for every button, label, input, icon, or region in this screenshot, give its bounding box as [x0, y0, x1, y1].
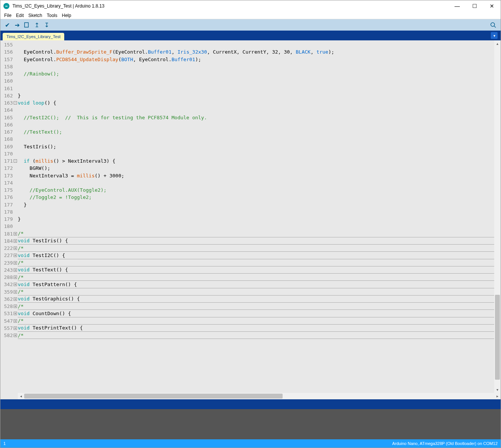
menu-sketch[interactable]: Sketch	[26, 12, 45, 19]
line-gutter: 155156157158159160161162163-164165166167…	[0, 40, 18, 393]
menu-bar: File Edit Sketch Tools Help	[0, 12, 501, 19]
vertical-scrollbar[interactable]: ▴ ▾	[494, 40, 501, 393]
console-output[interactable]	[0, 409, 501, 439]
line-number: 167	[0, 128, 18, 135]
line-number: 157	[0, 56, 18, 63]
line-number: 342+	[0, 281, 18, 288]
scroll-up-icon[interactable]: ▴	[494, 40, 501, 47]
vertical-scroll-thumb[interactable]	[495, 295, 500, 380]
fold-toggle-icon[interactable]: +	[14, 276, 17, 279]
line-number: 288+	[0, 274, 18, 281]
line-number: 528+	[0, 303, 18, 310]
serial-monitor-button[interactable]	[489, 20, 498, 29]
horizontal-scroll-thumb[interactable]	[24, 394, 283, 399]
line-number: 557+	[0, 325, 18, 332]
line-number: 184+	[0, 237, 18, 245]
line-number: 159	[0, 70, 18, 77]
verify-button[interactable]: ✔	[3, 20, 12, 29]
fold-toggle-icon[interactable]: +	[14, 254, 17, 257]
line-number: 362+	[0, 296, 18, 303]
fold-toggle-icon[interactable]: -	[14, 101, 17, 105]
menu-edit[interactable]: Edit	[14, 12, 26, 19]
line-number: 177	[0, 201, 18, 208]
line-number: 172	[0, 165, 18, 172]
code-area[interactable]: EyeControl.Buffer_DrawSprite_F(EyeContro…	[18, 40, 494, 393]
line-number: 547+	[0, 317, 18, 325]
status-bar: 1 Arduino Nano, ATmega328P (Old Bootload…	[0, 439, 501, 448]
svg-line-2	[494, 26, 496, 28]
line-number: 227+	[0, 252, 18, 259]
scroll-right-icon[interactable]: ▸	[494, 393, 501, 399]
fold-toggle-icon[interactable]: +	[14, 239, 17, 243]
line-number: 161	[0, 85, 18, 92]
line-number: 164	[0, 106, 18, 114]
status-line-number: 1	[3, 441, 392, 446]
menu-tools[interactable]: Tools	[45, 12, 60, 19]
line-number: 531+	[0, 310, 18, 317]
line-number: 582+	[0, 332, 18, 339]
fold-toggle-icon[interactable]: +	[14, 268, 17, 272]
line-number: 173	[0, 172, 18, 179]
line-number: 174	[0, 179, 18, 186]
minimize-button[interactable]: ―	[448, 0, 466, 12]
horizontal-scrollbar[interactable]: ◂ ▸	[18, 393, 501, 399]
fold-toggle-icon[interactable]: +	[14, 290, 17, 294]
svg-point-1	[491, 23, 495, 26]
line-number: 165	[0, 114, 18, 121]
menu-help[interactable]: Help	[60, 12, 74, 19]
fold-toggle-icon[interactable]: +	[14, 319, 17, 323]
line-number: 166	[0, 121, 18, 128]
scroll-left-icon[interactable]: ◂	[18, 393, 24, 399]
line-number: 180	[0, 223, 18, 230]
title-bar: Tims_I2C_Eyes_Library_Test | Arduino 1.8…	[0, 0, 501, 12]
new-button[interactable]	[22, 20, 31, 29]
window-title: Tims_I2C_Eyes_Library_Test | Arduino 1.8…	[12, 3, 448, 9]
fold-toggle-icon[interactable]: +	[14, 283, 17, 286]
line-number: 169	[0, 143, 18, 150]
line-number: 170	[0, 150, 18, 157]
upload-button[interactable]: ➔	[12, 20, 22, 29]
close-button[interactable]: ✕	[483, 0, 501, 12]
line-number: 243+	[0, 266, 18, 274]
line-number: 160	[0, 77, 18, 85]
line-number: 239+	[0, 259, 18, 266]
editor-tab[interactable]: Tims_I2C_Eyes_Library_Test	[3, 33, 64, 40]
menu-file[interactable]: File	[2, 12, 14, 19]
fold-toggle-icon[interactable]: +	[14, 232, 17, 236]
status-board-info: Arduino Nano, ATmega328P (Old Bootloader…	[392, 441, 498, 446]
line-number: 163-	[0, 99, 18, 106]
svg-rect-0	[25, 23, 28, 27]
line-number: 181+	[0, 230, 18, 237]
line-number: 168	[0, 135, 18, 143]
fold-toggle-icon[interactable]: +	[14, 246, 17, 250]
line-number: 171-	[0, 157, 18, 165]
fold-toggle-icon[interactable]: +	[14, 305, 17, 308]
toolbar: ✔ ➔ ↥ ↧	[0, 19, 501, 31]
tab-strip: Tims_I2C_Eyes_Library_Test ▾	[0, 31, 501, 40]
line-number: 158	[0, 63, 18, 70]
line-number: 222+	[0, 245, 18, 252]
fold-toggle-icon[interactable]: +	[14, 334, 17, 337]
save-button[interactable]: ↧	[42, 20, 51, 29]
code-editor[interactable]: 155156157158159160161162163-164165166167…	[0, 40, 501, 393]
fold-toggle-icon[interactable]: -	[14, 159, 17, 163]
line-number: 162	[0, 92, 18, 99]
line-number: 156	[0, 48, 18, 55]
message-bar	[0, 399, 501, 409]
scroll-down-icon[interactable]: ▾	[494, 386, 501, 393]
line-number: 178	[0, 208, 18, 216]
app-logo-icon	[3, 3, 9, 9]
maximize-button[interactable]: ☐	[466, 0, 483, 12]
fold-toggle-icon[interactable]: +	[14, 261, 17, 265]
tab-menu-button[interactable]: ▾	[491, 32, 498, 39]
open-button[interactable]: ↥	[32, 20, 41, 29]
fold-toggle-icon[interactable]: +	[14, 326, 17, 330]
line-number: 179	[0, 216, 18, 223]
line-number: 175	[0, 186, 18, 194]
line-number: 359+	[0, 288, 18, 296]
line-number: 176	[0, 194, 18, 201]
fold-toggle-icon[interactable]: +	[14, 297, 17, 301]
line-number: 155	[0, 41, 18, 48]
fold-toggle-icon[interactable]: +	[14, 312, 17, 315]
